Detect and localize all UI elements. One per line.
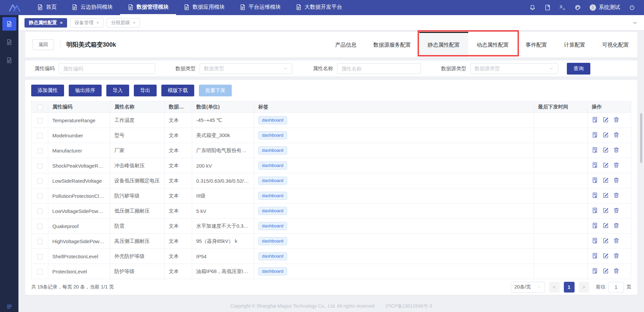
sidebar-collapse-icon[interactable]	[0, 303, 18, 310]
tab-chip-static-attr-config[interactable]: 静态属性配置 ×	[24, 18, 67, 28]
issue-document-icon[interactable]	[592, 132, 598, 138]
table-row: ShellProtectionLevel外壳防护等级文本IP54dashboar…	[32, 249, 631, 264]
scrollbar-thumb[interactable]	[640, 113, 642, 163]
sidebar-item-3[interactable]	[2, 53, 16, 67]
issue-document-icon[interactable]	[592, 177, 598, 183]
issue-document-icon[interactable]	[592, 253, 598, 259]
template-download-button[interactable]: 模版下载	[161, 85, 194, 96]
issue-document-icon[interactable]	[592, 117, 598, 123]
logout-power-icon[interactable]	[629, 4, 635, 11]
sidebar-item-2[interactable]	[2, 35, 16, 49]
cell-value-unit: -45~+45 ℃	[192, 113, 254, 128]
back-button[interactable]: 返回	[33, 39, 54, 50]
delete-trash-icon[interactable]	[613, 132, 620, 138]
datasource-type-select[interactable]: 数据源类型	[470, 63, 558, 74]
row-checkbox[interactable]	[37, 224, 43, 229]
table-row: Quakeproof防震文本水平加速度不大于0.3g，垂...dashboard	[32, 219, 631, 234]
row-checkbox[interactable]	[37, 163, 43, 169]
tab-product-info[interactable]: 产品信息	[327, 32, 365, 57]
delete-trash-icon[interactable]	[613, 147, 620, 153]
tab-chip-group-level[interactable]: 分组层级 ×	[107, 18, 140, 28]
delete-trash-icon[interactable]	[613, 268, 620, 274]
row-checkbox[interactable]	[37, 193, 43, 199]
row-checkbox[interactable]	[37, 209, 43, 214]
tab-event-config[interactable]: 事件配置	[517, 32, 555, 57]
row-checkbox[interactable]	[37, 254, 43, 259]
delete-trash-icon[interactable]	[613, 253, 620, 259]
magus-logo[interactable]	[0, 0, 30, 15]
edit-icon[interactable]	[602, 132, 609, 138]
page-size-select[interactable]: 20条/页	[511, 282, 545, 293]
topnav-item-bigdata-dev[interactable]: 大数据开发平台	[288, 0, 350, 15]
manual-book-icon[interactable]	[544, 4, 551, 11]
cell-value-unit: 0.315/0.63/0.36/0.52/0.8 kV	[192, 173, 254, 188]
edit-icon[interactable]	[602, 177, 609, 183]
language-translate-icon[interactable]: 文A	[559, 4, 566, 11]
page-1-button[interactable]: 1	[564, 282, 575, 293]
close-icon[interactable]: ×	[97, 20, 99, 25]
sidebar-item-1-active[interactable]	[2, 17, 16, 31]
edit-icon[interactable]	[602, 222, 609, 229]
issue-document-icon[interactable]	[592, 268, 598, 274]
import-button[interactable]: 导入	[106, 85, 129, 96]
output-sort-button[interactable]: 输出排序	[69, 85, 102, 96]
edit-icon[interactable]	[602, 207, 609, 214]
row-checkbox[interactable]	[37, 269, 43, 274]
topnav-item-data-management[interactable]: 数据管理模块	[120, 0, 176, 15]
tab-calc-config[interactable]: 计算配置	[555, 32, 594, 57]
export-button[interactable]: 导出	[134, 85, 157, 96]
issue-document-icon[interactable]	[592, 192, 598, 198]
edit-icon[interactable]	[602, 192, 609, 198]
edit-icon[interactable]	[602, 162, 609, 168]
delete-trash-icon[interactable]	[613, 117, 620, 123]
theme-palette-icon[interactable]	[575, 4, 581, 11]
user-menu[interactable]: 系统测试	[590, 4, 620, 11]
attr-code-input[interactable]	[63, 66, 151, 72]
chevron-down-icon[interactable]	[632, 20, 638, 26]
row-checkbox[interactable]	[37, 148, 43, 153]
issue-document-icon[interactable]	[592, 222, 598, 229]
delete-trash-icon[interactable]	[613, 237, 620, 244]
add-attribute-button[interactable]: 添加属性	[31, 85, 64, 96]
select-all-checkbox[interactable]	[37, 105, 43, 110]
topnav-item-platform-ops[interactable]: 平台运维模块	[232, 0, 288, 15]
delete-trash-icon[interactable]	[613, 192, 620, 198]
tab-visualization-config[interactable]: 可视化配置	[594, 32, 637, 57]
tab-static-attr-config[interactable]: 静态属性配置	[419, 32, 468, 57]
delete-trash-icon[interactable]	[613, 177, 620, 183]
issue-document-icon[interactable]	[592, 237, 598, 244]
next-page-button[interactable]: >	[579, 282, 589, 293]
row-checkbox[interactable]	[37, 118, 43, 123]
row-checkbox[interactable]	[37, 239, 43, 244]
goto-page-input[interactable]	[608, 282, 624, 293]
attr-name-input[interactable]	[341, 66, 417, 72]
document-icon	[6, 57, 12, 63]
tab-dynamic-attr-config[interactable]: 动态属性配置	[468, 32, 517, 57]
edit-icon[interactable]	[602, 237, 609, 244]
delete-trash-icon[interactable]	[613, 207, 620, 214]
close-icon[interactable]: ×	[60, 20, 63, 25]
issue-document-icon[interactable]	[592, 162, 598, 168]
edit-icon[interactable]	[602, 268, 609, 274]
topnav-item-label: 大数据开发平台	[305, 4, 342, 11]
batch-issue-button[interactable]: 批量下发	[199, 85, 232, 96]
edit-icon[interactable]	[602, 253, 609, 259]
notification-bell-icon[interactable]	[529, 4, 536, 11]
tab-datasource-service-config[interactable]: 数据源服务配置	[365, 32, 419, 57]
prev-page-button[interactable]: <	[549, 282, 560, 293]
topnav-item-cloud-edge[interactable]: 云边协同模块	[64, 0, 120, 15]
row-checkbox[interactable]	[37, 178, 43, 184]
topnav-item-home[interactable]: 首页	[30, 0, 64, 15]
delete-trash-icon[interactable]	[613, 162, 620, 168]
data-type-select[interactable]: 数据类型	[200, 63, 292, 74]
issue-document-icon[interactable]	[592, 147, 598, 153]
delete-trash-icon[interactable]	[613, 222, 620, 229]
edit-icon[interactable]	[602, 147, 609, 153]
search-button[interactable]: 查询	[567, 63, 590, 75]
edit-icon[interactable]	[602, 117, 609, 123]
tab-chip-device-management[interactable]: 设备管理 ×	[70, 18, 104, 28]
row-checkbox[interactable]	[37, 133, 43, 138]
topnav-item-data-application[interactable]: 数据应用模块	[176, 0, 232, 15]
close-icon[interactable]: ×	[133, 20, 136, 25]
issue-document-icon[interactable]	[592, 207, 598, 214]
